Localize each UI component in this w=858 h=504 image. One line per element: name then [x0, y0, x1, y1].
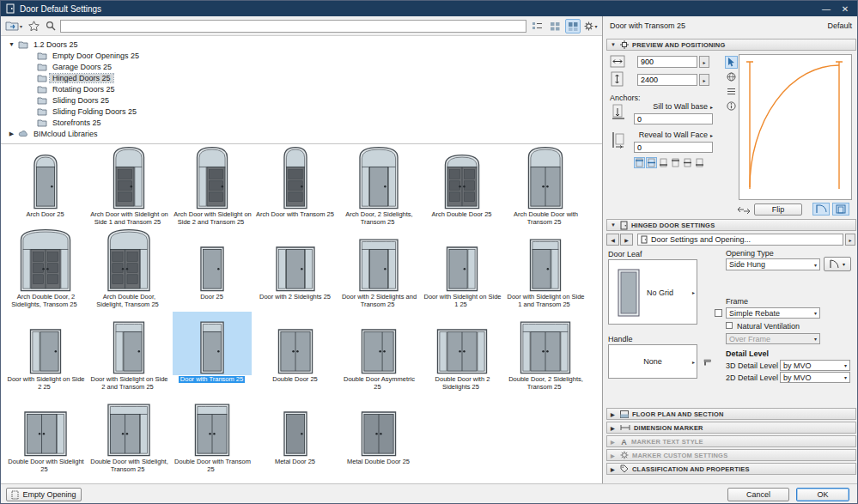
tree-item[interactable]: Rotating Doors 25 — [1, 83, 602, 94]
door-grid-item[interactable]: Door with Sidelight on Side 2 and Transo… — [87, 312, 170, 394]
small-grid-view-button[interactable] — [547, 19, 563, 33]
door-label: Double Door with Sidelight, Transom 25 — [88, 458, 170, 474]
door-grid-item[interactable]: Arch Double Door, Sidelight, Transom 25 — [87, 229, 170, 312]
close-button[interactable]: ✕ — [838, 4, 852, 14]
section-dimension-marker[interactable]: ▶DIMENSION MARKER — [606, 422, 856, 434]
frame-type-select[interactable]: Simple Rebate▾ — [726, 307, 820, 319]
door-grid-item[interactable]: Arch Double Door, 2 Sidelights, Transom … — [3, 229, 87, 312]
next-page-button[interactable]: ▶ — [620, 234, 633, 246]
door-thumbnail — [173, 312, 252, 375]
anchor-option-4[interactable] — [670, 157, 681, 168]
door-label: Arch Double Door, 2 Sidelights, Transom … — [4, 294, 87, 309]
tree-item-bimcloud[interactable]: ▶BIMcloud Libraries — [1, 128, 602, 139]
opening-type-select[interactable]: Side Hung▾ — [726, 258, 820, 270]
door-grid-item[interactable]: Door with Sidelight on Side 1 and Transo… — [503, 229, 587, 312]
expander-icon[interactable]: ▶ — [8, 131, 15, 137]
door-label: Door with 2 Sidelights and Transom 25 — [338, 294, 420, 309]
settings-gear-button[interactable]: ▾ — [583, 19, 599, 33]
detail-3d-select[interactable]: by MVO▾ — [780, 360, 850, 371]
cancel-button[interactable]: Cancel — [727, 488, 789, 501]
folder-icon — [18, 40, 28, 49]
door-label: Double Door with Transom 25 — [171, 458, 253, 474]
opening-direction-button[interactable]: ▾ — [824, 257, 851, 271]
tree-item[interactable]: Garage Doors 25 — [1, 61, 602, 72]
anchor-option-5[interactable] — [682, 157, 693, 168]
door-grid-item[interactable]: Door with Sidelight on Side 2 25 — [3, 312, 87, 394]
section-hinged-door-settings[interactable]: ▼ HINGED DOOR SETTINGS — [606, 219, 856, 231]
settings-page-flyout[interactable]: ▸ — [845, 234, 855, 246]
door-grid-item[interactable]: Double Door with Sidelight, Transom 25 — [87, 394, 170, 477]
door-grid-item[interactable]: Double Door 25 — [253, 312, 337, 394]
anchor-option-1[interactable] — [634, 157, 645, 168]
tree-item[interactable]: Sliding Folding Doors 25 — [1, 106, 602, 117]
door-grid-item[interactable]: Door 25 — [170, 229, 253, 312]
door-grid-item[interactable]: Arch Door with Transom 25 — [253, 147, 337, 229]
door-grid-item[interactable]: Double Door, 2 Sidelights, Transom 25 — [503, 312, 587, 394]
flyout-arrow-icon: ▸ — [692, 289, 695, 295]
door-height-input[interactable] — [637, 74, 697, 86]
tree-item[interactable]: Empty Door Openings 25 — [1, 50, 602, 61]
handle-selector[interactable]: None ▸ — [608, 344, 697, 379]
door-grid-item[interactable]: Double Door with Transom 25 — [170, 394, 253, 477]
anchor-option-6[interactable] — [694, 157, 705, 168]
reveal-value-input[interactable] — [634, 142, 713, 153]
tree-item[interactable]: Sliding Doors 25 — [1, 94, 602, 106]
door-leaf-selector[interactable]: No Grid ▸ — [608, 259, 697, 325]
tree-item[interactable]: Storefronts 25 — [1, 117, 602, 128]
height-options-flyout[interactable]: ▸ — [699, 74, 709, 86]
frame-option-checkbox[interactable] — [715, 309, 722, 317]
ok-button[interactable]: OK — [796, 488, 849, 501]
load-library-button[interactable]: ▾ — [4, 19, 23, 33]
plan-view-toggle[interactable] — [812, 203, 830, 216]
door-grid-item[interactable]: Door with 2 Sidelights 25 — [253, 229, 337, 312]
door-grid-item[interactable]: Arch Door with Sidelight on Side 1 and T… — [87, 147, 170, 229]
section-classification-and-properties[interactable]: ▶CLASSIFICATION AND PROPERTIES — [606, 463, 856, 475]
door-grid-item[interactable]: Arch Door 25 — [3, 147, 87, 229]
search-input[interactable] — [60, 20, 526, 33]
list-view-button[interactable] — [529, 19, 545, 33]
favorites-button[interactable] — [26, 19, 41, 33]
door-grid-item[interactable]: Arch Door with Sidelight on Side 2 and T… — [170, 147, 253, 229]
info-button[interactable] — [725, 100, 738, 112]
pointer-tool-button[interactable] — [725, 56, 738, 69]
door-grid-item[interactable]: Arch Double Door 25 — [420, 147, 503, 229]
anchor-option-2[interactable] — [646, 157, 657, 168]
elevation-view-toggle[interactable] — [832, 203, 849, 216]
opening-type-label: Opening Type — [726, 249, 774, 258]
settings-page-combo[interactable]: Door Settings and Opening... — [637, 234, 843, 246]
door-grid-item[interactable]: Double Door Asymmetric 25 — [337, 312, 420, 394]
door-grid-item[interactable]: Arch Double Door with Transom 25 — [503, 147, 587, 229]
reveal-reference-button[interactable]: Reveal to Wall Face▸ — [634, 131, 713, 139]
door-grid-item[interactable]: Door with Transom 25 — [170, 312, 253, 394]
previous-page-button[interactable]: ◀ — [606, 234, 619, 246]
expander-icon[interactable]: ▼ — [8, 41, 15, 47]
tree-item-root[interactable]: ▼1.2 Doors 25 — [1, 39, 602, 50]
3d-preview-button[interactable] — [725, 70, 738, 83]
section-floor-plan-and-section[interactable]: ▶FLOOR PLAN AND SECTION — [606, 408, 856, 420]
door-grid-item[interactable]: Metal Double Door 25 — [337, 394, 420, 477]
flyout-arrow-icon: ▸ — [710, 132, 713, 138]
door-width-input[interactable] — [637, 56, 697, 68]
width-options-flyout[interactable]: ▸ — [699, 56, 709, 68]
large-grid-view-button[interactable] — [565, 19, 581, 33]
door-grid-item[interactable]: Double Door with Sidelight 25 — [3, 394, 87, 477]
door-grid-item[interactable]: Door with 2 Sidelights and Transom 25 — [337, 229, 420, 312]
anchor-option-3[interactable] — [658, 157, 669, 168]
minimize-button[interactable]: — — [819, 4, 833, 14]
sill-value-input[interactable] — [634, 113, 713, 124]
door-grid-item[interactable]: Arch Door, 2 Sidelights, Transom 25 — [337, 147, 420, 229]
door-grid-item[interactable]: Double Door with 2 Sidelights 25 — [420, 312, 503, 394]
flip-button[interactable]: Flip — [754, 203, 802, 216]
sill-reference-button[interactable]: Sill to Wall base▸ — [634, 102, 713, 111]
door-preview-canvas[interactable] — [739, 54, 852, 200]
preview-list-button[interactable] — [725, 85, 738, 98]
door-grid-item[interactable]: Door with Sidelight on Side 1 25 — [420, 229, 503, 312]
detail-level-label: Detail Level — [726, 349, 769, 358]
door-grid-item[interactable]: Metal Door 25 — [253, 394, 337, 477]
folder-icon — [37, 96, 47, 105]
natural-ventilation-checkbox[interactable] — [726, 322, 733, 329]
tree-item[interactable]: Hinged Doors 25 — [1, 72, 602, 83]
detail-2d-select[interactable]: by MVO▾ — [780, 372, 850, 383]
empty-opening-button[interactable]: Empty Opening — [6, 488, 82, 501]
section-preview-and-positioning[interactable]: ▼ PREVIEW AND POSITIONING — [606, 39, 856, 51]
